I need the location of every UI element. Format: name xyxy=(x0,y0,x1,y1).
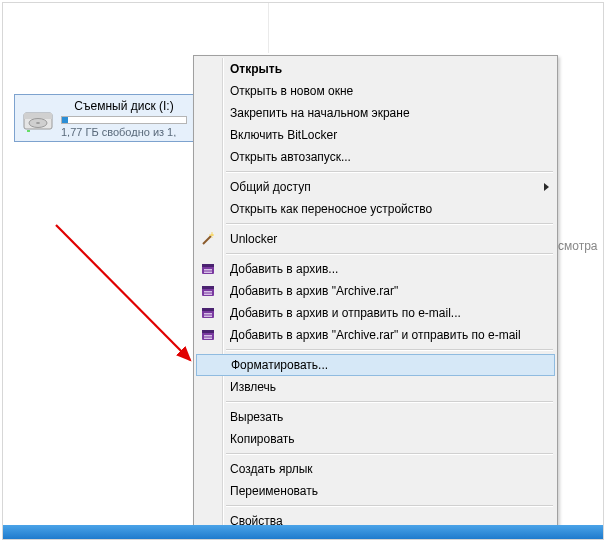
column-separator xyxy=(268,3,269,53)
svg-rect-17 xyxy=(204,313,212,315)
menu-open-autoplay[interactable]: Открыть автозапуск... xyxy=(196,146,555,168)
svg-rect-10 xyxy=(204,272,212,274)
menu-archive-and-email[interactable]: Добавить в архив и отправить по e-mail..… xyxy=(196,302,555,324)
menu-label: Закрепить на начальном экране xyxy=(230,106,410,120)
svg-rect-8 xyxy=(202,264,214,267)
menu-archive-named-and-email[interactable]: Добавить в архив "Archive.rar" и отправи… xyxy=(196,324,555,346)
menu-eject[interactable]: Извлечь xyxy=(196,376,555,398)
drive-capacity-bar xyxy=(61,116,187,124)
menu-open[interactable]: Открыть xyxy=(196,58,555,80)
menu-separator xyxy=(226,453,553,455)
menu-label: Открыть xyxy=(230,62,282,76)
svg-line-5 xyxy=(203,236,211,244)
menu-rename[interactable]: Переименовать xyxy=(196,480,555,502)
drive-subtext: 1,77 ГБ свободно из 1, xyxy=(61,126,187,137)
menu-label: Добавить в архив "Archive.rar" и отправи… xyxy=(230,328,521,342)
menu-share[interactable]: Общий доступ xyxy=(196,176,555,198)
menu-add-to-archive-named[interactable]: Добавить в архив "Archive.rar" xyxy=(196,280,555,302)
drive-label: Съемный диск (I:) xyxy=(61,99,187,114)
svg-rect-4 xyxy=(27,130,30,132)
menu-separator xyxy=(226,253,553,255)
menu-label: Общий доступ xyxy=(230,180,311,194)
context-menu: Открыть Открыть в новом окне Закрепить н… xyxy=(193,55,558,535)
menu-add-to-archive[interactable]: Добавить в архив... xyxy=(196,258,555,280)
svg-rect-20 xyxy=(202,330,214,333)
svg-rect-13 xyxy=(204,291,212,293)
background-text: смотра xyxy=(558,239,598,253)
menu-label: Создать ярлык xyxy=(230,462,313,476)
rar-icon xyxy=(200,327,216,343)
rar-icon xyxy=(200,261,216,277)
menu-enable-bitlocker[interactable]: Включить BitLocker xyxy=(196,124,555,146)
menu-label: Извлечь xyxy=(230,380,276,394)
menu-label: Unlocker xyxy=(230,232,277,246)
menu-label: Открыть в новом окне xyxy=(230,84,353,98)
menu-label: Копировать xyxy=(230,432,295,446)
menu-label: Вырезать xyxy=(230,410,283,424)
svg-rect-16 xyxy=(202,308,214,311)
svg-rect-9 xyxy=(204,269,212,271)
menu-separator xyxy=(226,223,553,225)
menu-separator xyxy=(226,401,553,403)
svg-rect-21 xyxy=(204,335,212,337)
menu-label: Добавить в архив... xyxy=(230,262,338,276)
menu-open-portable-device[interactable]: Открыть как переносное устройство xyxy=(196,198,555,220)
menu-separator xyxy=(226,171,553,173)
menu-pin-to-start[interactable]: Закрепить на начальном экране xyxy=(196,102,555,124)
menu-open-new-window[interactable]: Открыть в новом окне xyxy=(196,80,555,102)
removable-drive-icon xyxy=(21,99,55,137)
drive-capacity-fill xyxy=(62,117,68,123)
taskbar-strip xyxy=(3,525,603,539)
menu-label: Форматировать... xyxy=(231,358,328,372)
drive-tile[interactable]: Съемный диск (I:) 1,77 ГБ свободно из 1, xyxy=(14,94,194,142)
svg-point-6 xyxy=(211,234,214,237)
menu-create-shortcut[interactable]: Создать ярлык xyxy=(196,458,555,480)
svg-point-3 xyxy=(36,122,40,124)
wand-icon xyxy=(200,231,216,247)
menu-format[interactable]: Форматировать... xyxy=(196,354,555,376)
svg-rect-14 xyxy=(204,294,212,296)
menu-label: Переименовать xyxy=(230,484,318,498)
menu-label: Добавить в архив и отправить по e-mail..… xyxy=(230,306,461,320)
rar-icon xyxy=(200,305,216,321)
menu-cut[interactable]: Вырезать xyxy=(196,406,555,428)
chevron-right-icon xyxy=(544,183,549,191)
menu-separator xyxy=(226,349,553,351)
svg-rect-22 xyxy=(204,338,212,340)
menu-separator xyxy=(226,505,553,507)
rar-icon xyxy=(200,283,216,299)
svg-rect-18 xyxy=(204,316,212,318)
menu-label: Добавить в архив "Archive.rar" xyxy=(230,284,398,298)
menu-unlocker[interactable]: Unlocker xyxy=(196,228,555,250)
svg-rect-12 xyxy=(202,286,214,289)
menu-label: Включить BitLocker xyxy=(230,128,337,142)
menu-label: Открыть автозапуск... xyxy=(230,150,351,164)
menu-label: Открыть как переносное устройство xyxy=(230,202,432,216)
menu-copy[interactable]: Копировать xyxy=(196,428,555,450)
